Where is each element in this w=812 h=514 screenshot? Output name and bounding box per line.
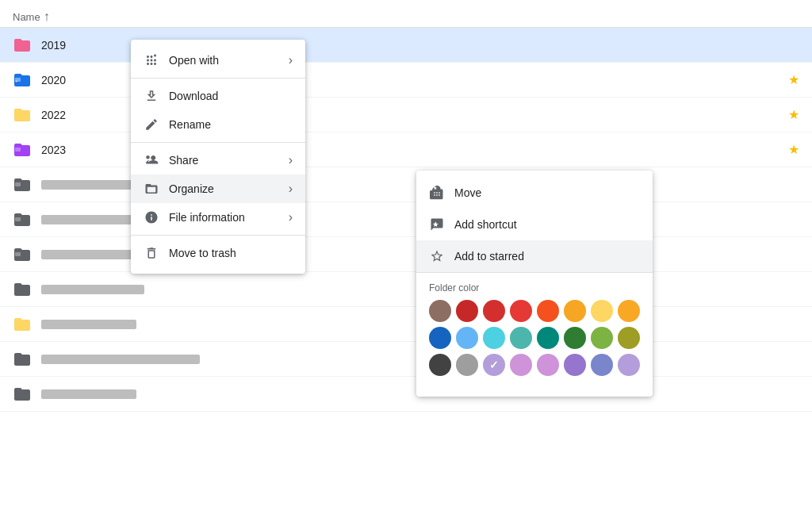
file-list: Name ↑ 2019 + 2020 ★ 2022 ★ 2023 ★ [0,0,812,412]
file-row-b1[interactable] [0,167,812,202]
file-row-b2[interactable] [0,202,812,237]
move-trash-label: Move to trash [169,247,293,259]
color-swatch-light-purple[interactable] [510,354,532,376]
blurred-name-b7 [41,389,136,399]
name-column-header[interactable]: Name [13,11,40,23]
shortcut-icon [429,217,445,232]
menu-item-download[interactable]: Download [131,82,305,110]
color-row-1 [429,300,640,322]
menu-item-share[interactable]: Share › [131,146,305,175]
color-swatch-light-green[interactable] [591,327,613,349]
color-swatch-dark-red[interactable] [456,300,478,322]
add-shortcut-label: Add shortcut [454,218,517,231]
color-swatch-gray[interactable] [456,354,478,376]
color-row-2 [429,327,640,349]
file-row-b4[interactable] [0,272,812,307]
color-swatch-lavender[interactable] [618,354,640,376]
color-swatch-cyan[interactable] [483,327,505,349]
sort-icon[interactable]: ↑ [44,10,50,24]
color-swatch-yellow-green[interactable] [618,327,640,349]
svg-rect-2 [15,148,21,152]
divider-3 [131,235,305,236]
color-swatch-teal-light[interactable] [510,327,532,349]
rename-icon [144,117,159,132]
color-swatch-bright-red[interactable] [510,300,532,322]
file-info-chevron: › [289,210,293,224]
svg-text:+: + [15,79,18,83]
svg-rect-3 [15,182,21,186]
submenu-item-move[interactable]: Move [416,177,653,209]
color-swatch-dark-gray[interactable] [429,354,451,376]
folder-icon-2019 [13,36,32,55]
folder-icon-b7 [13,385,32,404]
svg-rect-5 [15,252,21,256]
color-swatch-teal[interactable] [537,327,559,349]
list-header: Name ↑ [0,6,812,28]
folder-icon-b5 [13,315,32,334]
folder-icon-b6 [13,350,32,369]
open-with-label: Open with [169,54,279,67]
download-label: Download [169,90,293,102]
menu-item-move-trash[interactable]: Move to trash [131,239,305,267]
color-swatch-amber[interactable] [564,300,586,322]
open-with-chevron: › [289,53,293,67]
menu-item-organize[interactable]: Organize › [131,175,305,203]
share-chevron: › [289,153,293,167]
trash-icon [144,245,159,261]
organize-chevron: › [289,182,293,196]
folder-color-label: Folder color [429,282,640,293]
color-swatch-brown[interactable] [429,300,451,322]
folder-color-section: Folder color [416,272,653,390]
file-row-b5[interactable] [0,307,812,342]
context-menu: Open with › Download Rename Share › [131,40,305,274]
file-row-2019[interactable]: 2019 [0,28,812,63]
rename-label: Rename [169,118,293,131]
star-2023: ★ [788,142,799,157]
submenu-item-add-shortcut[interactable]: Add shortcut [416,209,653,240]
folder-icon-b4 [13,280,32,299]
menu-item-file-info[interactable]: File information › [131,203,305,232]
folder-icon-b2 [13,210,32,229]
color-swatch-mauve[interactable] [483,354,505,376]
color-swatch-orange[interactable] [537,300,559,322]
star-2020: ★ [788,72,799,87]
move-icon [429,185,445,201]
svg-rect-4 [15,217,21,221]
color-swatch-dark-blue[interactable] [429,327,451,349]
color-swatch-light-blue[interactable] [456,327,478,349]
file-row-2020[interactable]: + 2020 ★ [0,63,812,98]
file-row-b3[interactable] [0,237,812,272]
color-row-3 [429,354,640,376]
file-row-2022[interactable]: 2022 ★ [0,98,812,132]
file-row-2023[interactable]: 2023 ★ [0,132,812,167]
folder-icon-2020: + [13,71,32,90]
color-swatch-light-yellow[interactable] [591,300,613,322]
folder-icon-b1 [13,175,32,194]
apps-icon [144,52,159,68]
file-info-label: File information [169,211,279,224]
star-2022: ★ [788,107,799,122]
organize-submenu: Move Add shortcut Add to starred Folder … [416,171,653,397]
submenu-item-add-starred[interactable]: Add to starred [416,240,653,272]
color-swatch-purple[interactable] [564,354,586,376]
color-swatch-yellow[interactable] [618,300,640,322]
file-row-b7[interactable] [0,377,812,412]
star-icon [429,248,445,264]
share-icon [144,152,159,168]
add-starred-label: Add to starred [454,250,524,263]
menu-item-open-with[interactable]: Open with › [131,46,305,75]
color-swatch-pink-purple[interactable] [537,354,559,376]
menu-item-rename[interactable]: Rename [131,110,305,139]
divider-2 [131,142,305,143]
move-label: Move [454,186,481,199]
blurred-name-b4 [41,285,144,294]
folder-icon-b3 [13,245,32,264]
blurred-name-b6 [41,355,200,364]
file-row-b6[interactable] [0,342,812,377]
color-swatch-red[interactable] [483,300,505,322]
folder-icon-2023 [13,140,32,159]
download-icon [144,88,159,104]
color-swatch-indigo[interactable] [591,354,613,376]
color-swatch-dark-green[interactable] [564,327,586,349]
blurred-name-b5 [41,320,136,329]
